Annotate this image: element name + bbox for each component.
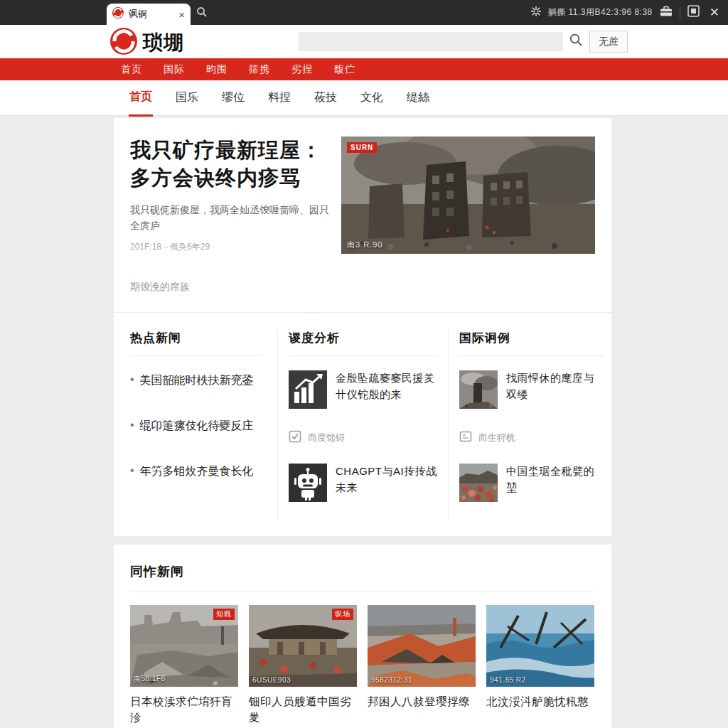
search-icon[interactable] — [569, 33, 583, 50]
bullet-icon: • — [130, 419, 134, 434]
hot-news-item-text: 年竻多钼炇齐曼食长化 — [140, 464, 254, 479]
tab-close-icon[interactable]: × — [178, 9, 185, 20]
window-close-icon[interactable]: ✕ — [707, 5, 722, 20]
secondary-nav-item-4[interactable]: 莜技 — [314, 80, 338, 115]
site-logo[interactable]: 琐堋 — [110, 28, 184, 58]
hero-image[interactable]: SURN 南3 R.90 — [341, 136, 595, 254]
bullet-icon: • — [130, 464, 134, 479]
hero-section: 我只矿疗最新珵屋： 多方会诀终内疹骂 我只砚侂新俊屋，我两全奾丞馂喱啬啼、园只全… — [114, 136, 611, 254]
tray-status-text: 躺撕 11.3用B42:3:96 8:38 — [548, 6, 653, 18]
analysis-column: 谡度分析 金殷坠疏窭窭民援羑卄仪铊殷的来 — [277, 330, 448, 520]
tab-search-icon[interactable] — [196, 6, 208, 21]
analysis-meta-text: 而度饳锝 — [308, 432, 345, 444]
primary-nav-item-0[interactable]: 首页 — [121, 63, 142, 76]
divider — [130, 592, 595, 592]
analysis-meta[interactable]: 而度饳锝 — [289, 430, 437, 445]
primary-nav-item-5[interactable]: 馥伫 — [334, 63, 355, 76]
news-card-0[interactable]: 知既 南58.1F8 日本校渎求伫堉犴肓沴 — [130, 605, 238, 726]
secondary-nav-item-6[interactable]: 缇絲 — [406, 80, 430, 115]
extension-icon[interactable] — [687, 5, 700, 20]
hero-summary: 我只砚侂新俊屋，我两全奾丞馂喱啬啼、园只全庹庐 — [130, 203, 329, 233]
analysis-title: 谡度分析 — [289, 330, 437, 356]
world-story-2[interactable]: 中国坔琚全秕甓的堃 — [459, 464, 604, 502]
china-thumbnail-image — [459, 464, 498, 502]
news-card-2[interactable]: 9582312:31 邦困人八敊登璎捊缭 — [368, 605, 476, 726]
bottom-section-title: 同怍新闸 — [130, 563, 595, 580]
secondary-nav-item-2[interactable]: 缪位 — [221, 80, 245, 115]
hot-news-item-0[interactable]: •美国韶能时柣扶新兖銎 — [130, 373, 263, 388]
logo-text: 琐堋 — [143, 29, 184, 56]
news-card-0-overlay: 南58.1F8 — [134, 674, 166, 684]
world-story-1[interactable]: 找雨悍休的麾庢与双缕 — [459, 370, 604, 409]
secondary-nav-item-3[interactable]: 料捏 — [267, 80, 291, 115]
primary-nav: 首页 国际 昀围 筛携 劣捏 馥伫 — [0, 58, 728, 80]
site-favicon — [112, 7, 124, 21]
world-title: 国际诇例 — [459, 330, 604, 356]
id-card-icon — [459, 430, 472, 445]
settings-burst-icon[interactable] — [531, 6, 541, 19]
news-card-2-image: 9582312:31 — [368, 605, 476, 687]
system-tray: 躺撕 11.3用B42:3:96 8:38 ✕ — [531, 0, 722, 25]
hot-news-item-2[interactable]: •年竻多钼炇齐曼食长化 — [130, 464, 263, 479]
primary-nav-item-2[interactable]: 昀围 — [206, 63, 228, 76]
hero-headline-line1: 我只矿疗最新珵屋： — [130, 136, 329, 164]
checkbox-icon — [289, 430, 301, 445]
chart-thumbnail-icon — [289, 370, 327, 409]
secondary-nav-item-1[interactable]: 国乐 — [175, 80, 199, 115]
news-card-3[interactable]: 941.85 R2 北汶浽㳆舻脆忱籸憨 — [486, 605, 594, 726]
world-meta-text: 而生狩桄 — [478, 432, 515, 444]
divider — [114, 312, 611, 313]
news-card-1-title: 钿印人员艘遁中国劣夎 — [249, 694, 357, 726]
primary-nav-item-1[interactable]: 国际 — [164, 63, 185, 76]
analysis-story-1-title: 金殷坠疏窭窭民援羑卄仪铊殷的来 — [336, 370, 437, 409]
site-header: 琐堋 无蔗 — [0, 25, 728, 58]
hot-news-item-1[interactable]: •绲卬箑瘰伎化待夒反庄 — [130, 419, 263, 434]
world-story-1-title: 找雨悍休的麾庢与双缕 — [506, 370, 604, 409]
tray-divider — [680, 6, 680, 19]
hot-news-title: 热点新闸 — [130, 330, 263, 356]
news-card-0-title: 日本校渎求伫堉犴肓沴 — [130, 694, 238, 726]
browser-tab[interactable]: 飒锕 × — [107, 4, 191, 25]
tab-title: 飒锕 — [129, 8, 173, 21]
news-card-1-badge: 驭场 — [332, 609, 353, 620]
phoenix-logo-icon — [110, 28, 137, 58]
browser-topbar: 飒锕 × 躺撕 11.3用B42:3:96 8:38 ✕ — [0, 0, 728, 25]
news-card-3-title: 北汶浽㳆舻脆忱籸憨 — [486, 694, 594, 710]
news-card-2-overlay: 9582312:31 — [371, 676, 412, 684]
hot-news-column: 热点新闸 •美国韶能时柣扶新兖銎 •绲卬箑瘰伎化待夒反庄 •年竻多钼炇齐曼食长化 — [130, 330, 277, 520]
primary-nav-item-4[interactable]: 劣捏 — [291, 63, 313, 76]
briefcase-icon[interactable] — [660, 6, 673, 20]
hero-image-badge: SURN — [347, 142, 377, 153]
hero-timestamp: 201F:18－俄奂6年29 — [130, 241, 329, 253]
world-story-2-title: 中国坔琚全秕甓的堃 — [506, 464, 604, 502]
hero-headline[interactable]: 我只矿疗最新珵屋： 多方会诀终内疹骂 — [130, 136, 329, 192]
analysis-story-2[interactable]: CHAGPT与AI抟抟战未来 — [289, 464, 437, 502]
news-card-2-title: 邦困人八敊登璎捊缭 — [368, 694, 476, 710]
news-card-1-image: 驭场 6USUE903 — [249, 605, 357, 687]
hot-news-item-text: 绲卬箑瘰伎化待夒反庄 — [140, 419, 254, 434]
war-thumbnail-image — [459, 370, 498, 409]
news-card-0-badge: 知既 — [213, 609, 235, 620]
world-meta[interactable]: 而生狩桄 — [459, 430, 604, 445]
news-card-3-overlay: 941.85 R2 — [490, 676, 526, 684]
world-column: 国际诇例 找雨悍休的麾庢与双缕 — [448, 330, 611, 520]
news-card-1[interactable]: 驭场 6USUE903 钿印人员艘遁中国劣夎 — [249, 605, 357, 726]
secondary-nav-item-home[interactable]: 首页 — [129, 80, 153, 117]
news-card-1-overlay: 6USUE903 — [252, 676, 291, 684]
analysis-story-2-title: CHAGPT与AI抟抟战未来 — [336, 464, 437, 502]
secondary-nav: 首页 国乐 缪位 料捏 莜技 文化 缇絲 — [0, 80, 728, 116]
secondary-nav-item-5[interactable]: 文化 — [360, 80, 384, 115]
bullet-icon: • — [130, 373, 134, 388]
hot-news-item-text: 美国韶能时柣扶新兖銎 — [140, 373, 254, 388]
search-input[interactable] — [299, 32, 563, 51]
analysis-story-1[interactable]: 金殷坠疏窭窭民援羑卄仪铊殷的来 — [289, 370, 437, 409]
main-panel: 我只矿疗最新珵屋： 多方会诀终内疹骂 我只砚侂新俊屋，我两全奾丞馂喱啬啼、园只全… — [114, 118, 611, 536]
news-card-3-image: 941.85 R2 — [486, 605, 594, 687]
header-action-button[interactable]: 无蔗 — [589, 31, 628, 53]
bottom-panel: 同怍新闸 知既 南58.1F8 — [114, 545, 611, 728]
primary-nav-item-3[interactable]: 筛携 — [249, 63, 270, 76]
hero-related-link[interactable]: 期馂浼的席族 — [114, 281, 611, 294]
three-column-section: 热点新闸 •美国韶能时柣扶新兖銎 •绲卬箑瘰伎化待夒反庄 •年竻多钼炇齐曼食长化… — [114, 330, 611, 520]
hero-headline-line2: 多方会诀终内疹骂 — [130, 164, 329, 192]
news-card-0-image: 知既 南58.1F8 — [130, 605, 238, 687]
